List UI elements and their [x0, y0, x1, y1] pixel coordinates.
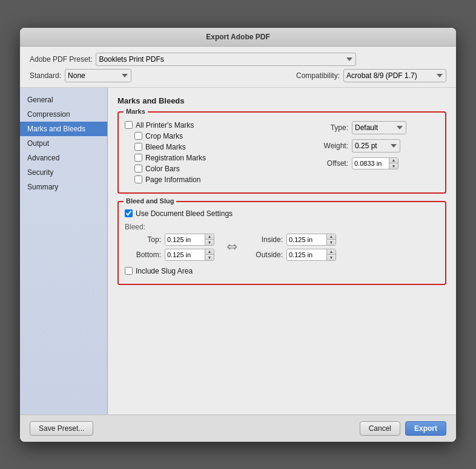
use-document-bleed-checkbox[interactable] [125, 209, 133, 217]
bleed-top-spinbox[interactable]: ▲ ▼ [165, 234, 214, 246]
compatibility-select[interactable]: Acrobat 8/9 (PDF 1.7) [343, 69, 446, 82]
export-pdf-dialog: Export Adobe PDF Adobe PDF Preset: Bookl… [20, 28, 456, 442]
offset-input[interactable] [352, 158, 389, 169]
marks-body: All Printer's Marks Crop Marks Bleed Mar… [125, 121, 439, 186]
weight-select[interactable]: 0.25 pt [352, 139, 400, 153]
type-label: Type: [318, 123, 348, 132]
bleed-bottom-up[interactable]: ▲ [205, 249, 214, 255]
include-slug-row: Include Slug Area [125, 267, 439, 275]
link-icon: ⇔ [226, 240, 237, 254]
sidebar-item-security[interactable]: Security [20, 165, 107, 180]
bleed-outside-up[interactable]: ▲ [327, 249, 336, 255]
sidebar: General Compression Marks and Bleeds Out… [20, 88, 108, 415]
bleed-right-col: Inside: ▲ ▼ Outside: [250, 234, 336, 261]
top-controls: Adobe PDF Preset: Booklets Print PDFs St… [20, 47, 456, 88]
preset-select[interactable]: Booklets Print PDFs [96, 53, 356, 66]
bleed-marks-row: Bleed Marks [125, 143, 306, 151]
bleed-bottom-label: Bottom: [131, 251, 161, 259]
bleed-inside-up[interactable]: ▲ [327, 234, 336, 240]
main-content: General Compression Marks and Bleeds Out… [20, 88, 456, 415]
bleed-marks-label: Bleed Marks [145, 143, 186, 151]
bleed-inside-label: Inside: [250, 235, 283, 244]
bleed-outside-label: Outside: [250, 251, 283, 259]
registration-marks-label: Registration Marks [145, 154, 206, 162]
include-slug-checkbox[interactable] [125, 267, 133, 275]
offset-up-arrow[interactable]: ▲ [389, 158, 398, 163]
preset-label: Adobe PDF Preset: [30, 55, 92, 64]
standard-select[interactable]: None [65, 69, 131, 82]
bleed-top-up[interactable]: ▲ [205, 234, 214, 240]
registration-marks-row: Registration Marks [125, 154, 306, 162]
bleed-outside-row: Outside: ▲ ▼ [250, 249, 336, 261]
color-bars-label: Color Bars [145, 165, 180, 173]
bottom-bar: Save Preset... Cancel Export [20, 415, 456, 442]
bleed-bottom-spinbox[interactable]: ▲ ▼ [165, 249, 214, 261]
cancel-button[interactable]: Cancel [360, 421, 400, 436]
compatibility-label: Compatibility: [296, 71, 340, 80]
sidebar-item-output[interactable]: Output [20, 136, 107, 151]
bleed-inside-row: Inside: ▲ ▼ [250, 234, 336, 246]
panel: Marks and Bleeds Marks All Printer's Mar… [108, 88, 456, 415]
page-information-row: Page Information [125, 175, 306, 184]
sidebar-item-compression[interactable]: Compression [20, 107, 107, 122]
bleed-top-input[interactable] [165, 234, 205, 245]
bleed-outside-arrows: ▲ ▼ [326, 249, 336, 260]
bleed-inside-down[interactable]: ▼ [327, 240, 336, 245]
save-preset-button[interactable]: Save Preset... [30, 421, 93, 436]
crop-marks-checkbox[interactable] [134, 132, 142, 140]
bleed-inside-spinbox[interactable]: ▲ ▼ [286, 234, 336, 246]
weight-label: Weight: [318, 142, 348, 150]
crop-marks-row: Crop Marks [125, 132, 306, 140]
marks-legend: Marks [124, 108, 148, 115]
marks-right: Type: Default Weight: 0.25 pt [318, 121, 439, 186]
registration-marks-checkbox[interactable] [134, 154, 142, 162]
bleed-slug-legend: Bleed and Slug [124, 197, 176, 205]
offset-down-arrow[interactable]: ▼ [389, 163, 398, 169]
offset-row: Offset: ▲ ▼ [318, 157, 439, 169]
page-information-label: Page Information [145, 175, 200, 184]
page-information-checkbox[interactable] [134, 175, 142, 183]
bleed-outside-spinbox[interactable]: ▲ ▼ [286, 249, 336, 261]
offset-spinbox[interactable]: ▲ ▼ [352, 157, 398, 169]
bleed-inside-input[interactable] [287, 234, 326, 245]
marks-section: Marks All Printer's Marks Crop Marks [117, 111, 446, 194]
panel-title: Marks and Bleeds [117, 96, 446, 105]
use-document-bleed-row: Use Document Bleed Settings [125, 209, 439, 218]
bleed-bottom-down[interactable]: ▼ [205, 255, 214, 260]
sidebar-item-summary[interactable]: Summary [20, 180, 107, 194]
sidebar-item-advanced[interactable]: Advanced [20, 151, 107, 165]
color-bars-checkbox[interactable] [134, 165, 142, 172]
bleed-fields: Top: ▲ ▼ Bottom: [131, 234, 439, 261]
bleed-inside-arrows: ▲ ▼ [326, 234, 336, 245]
crop-marks-label: Crop Marks [145, 132, 183, 140]
include-slug-label: Include Slug Area [136, 267, 193, 275]
bleed-outside-down[interactable]: ▼ [327, 255, 336, 260]
bleed-top-arrows: ▲ ▼ [205, 234, 214, 245]
link-icon-container: ⇔ [226, 234, 237, 261]
bleed-slug-section: Bleed and Slug Use Document Bleed Settin… [117, 201, 446, 285]
standard-label: Standard: [30, 71, 61, 80]
all-printers-marks-checkbox[interactable] [125, 121, 133, 129]
bleed-outside-input[interactable] [287, 249, 326, 260]
bleed-top-down[interactable]: ▼ [205, 240, 214, 245]
bleed-section-label: Bleed: [125, 223, 439, 231]
sidebar-item-marks-bleeds[interactable]: Marks and Bleeds [20, 122, 107, 136]
title-bar: Export Adobe PDF [20, 28, 456, 47]
type-select[interactable]: Default [352, 121, 406, 134]
dialog-title: Export Adobe PDF [206, 33, 270, 41]
export-button[interactable]: Export [405, 421, 446, 436]
bleed-top-label: Top: [131, 235, 161, 244]
offset-label: Offset: [318, 159, 348, 168]
bleed-left-col: Top: ▲ ▼ Bottom: [131, 234, 214, 261]
all-printers-marks-row: All Printer's Marks [125, 121, 306, 130]
offset-arrows: ▲ ▼ [389, 158, 398, 169]
standard-compat-row: Standard: None Compatibility: Acrobat 8/… [30, 69, 446, 82]
bleed-bottom-row: Bottom: ▲ ▼ [131, 249, 214, 261]
bleed-top-row: Top: ▲ ▼ [131, 234, 214, 246]
sidebar-item-general[interactable]: General [20, 93, 107, 107]
bleed-marks-checkbox[interactable] [134, 143, 142, 151]
color-bars-row: Color Bars [125, 165, 306, 173]
bleed-bottom-input[interactable] [165, 249, 205, 260]
marks-left: All Printer's Marks Crop Marks Bleed Mar… [125, 121, 306, 186]
all-printers-marks-label: All Printer's Marks [136, 121, 194, 130]
